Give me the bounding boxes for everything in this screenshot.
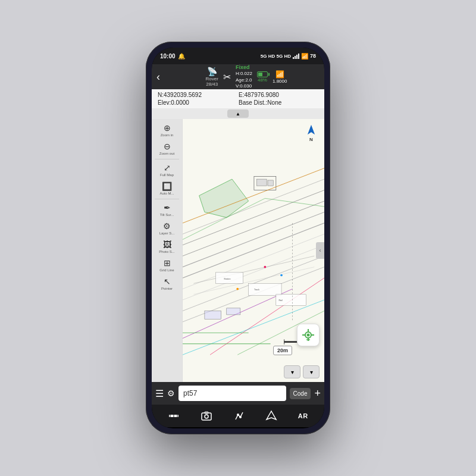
svg-text:Station: Station [224,278,230,280]
signal-icon [293,53,299,59]
grid-line-label: Grid Line [159,268,174,272]
collapse-bar: ▲ [152,108,324,119]
layer-s-label: Layer S... [159,231,175,235]
auto-m-tool[interactable]: 🔲 Auto M... [152,180,182,197]
time-display: 10:00 [160,53,176,60]
photo-s-icon: 🖼 [163,240,171,249]
age-value: Age:2.0 [236,77,252,83]
location-icon [301,328,315,342]
zoom-out-icon: ⊖ [164,142,171,151]
zoom-out-tool[interactable]: ⊖ Zoom out [152,140,182,157]
zoom-in-label: Zoom in [161,133,174,137]
auto-m-icon: 🔲 [162,181,172,191]
battery-pct: 78 [310,53,316,59]
north-arrow: N [303,124,320,142]
svg-point-58 [239,416,242,418]
battery-block: 48% [257,71,268,83]
phone-screen: 10:00 🔔 5G HD 5G HD 📶 78 ‹ [152,48,324,428]
svg-rect-22 [249,283,281,295]
location-button[interactable] [297,324,320,346]
grid-line-tool[interactable]: ⊞ Grid Line [152,256,182,274]
svg-marker-59 [267,411,276,419]
nav-measure[interactable] [168,410,180,422]
svg-point-55 [205,415,208,418]
zoom-in-icon: ⊕ [164,123,171,133]
nav-draw[interactable] [233,410,245,422]
status-bar: 10:00 🔔 5G HD 5G HD 📶 78 [152,48,324,64]
tilt-sur-tool[interactable]: ✒ Tilt Sur... [152,201,182,218]
menu-button[interactable]: ☰ [155,388,164,399]
v-value: V:0.030 [236,83,252,89]
tools-icon: ✂ [223,71,231,83]
tilt-sur-icon: ✒ [164,203,171,212]
zoom-out-label: Zoom out [159,152,174,155]
ar-label: AR [298,412,308,419]
svg-rect-12 [257,179,267,186]
alarm-icon: 🔔 [178,53,185,60]
pointer-tool[interactable]: ↖ Pointer [152,275,182,292]
nav-center: 📡 Rover 28/43 ✂ Fixed H:0.022 Age:2.0 V:… [173,64,320,90]
toolbar: ⊕ Zoom in ⊖ Zoom out ⤢ Full Map 🔲 Auto M… [152,119,183,382]
h-value: H:0.022 [236,71,252,77]
wifi-icon: 📶 [301,53,308,60]
signal-value: 1.8000 [273,79,287,84]
code-button[interactable]: Code [290,388,311,399]
gps-icon: 📡 [207,67,217,76]
svg-point-34 [236,288,239,290]
svg-text:Track: Track [254,289,259,291]
photo-s-tool[interactable]: 🖼 Photo S... [152,238,182,255]
nav-arrow-down-2[interactable]: ▾ [303,365,320,378]
auto-m-label: Auto M... [159,192,174,195]
svg-rect-13 [268,180,273,186]
full-map-label: Full Map [160,173,174,177]
scale-bar: 20m [273,346,292,355]
point-name-input[interactable] [178,386,286,401]
status-right: 5G HD 5G HD 📶 78 [261,53,316,60]
coords-bar: N:4392039.5692 E:487976.9080 Elev:0.0000… [152,89,324,108]
nav-photo[interactable] [201,410,212,422]
north-arrow-svg [303,124,320,137]
zoom-in-tool[interactable]: ⊕ Zoom in [152,121,182,139]
map-area[interactable]: Station Track Rail [183,119,324,382]
collapse-button[interactable]: ▲ [227,109,249,118]
gps-block: 📡 Rover 28/43 [206,67,218,87]
layer-s-tool[interactable]: ⚙ Layer S... [152,220,182,237]
pointer-icon: ↖ [164,277,171,286]
nav-stake[interactable] [265,410,277,422]
bottom-bar: ☰ ⚙ Code + [152,382,324,405]
north-coord: N:4392039.5692 [158,92,237,98]
add-button[interactable]: + [314,387,321,400]
nav-arrow-down-1[interactable]: ▾ [284,365,300,378]
elev-coord: Elev:0.0000 [158,99,237,106]
settings-button[interactable]: ⚙ [167,389,175,398]
antenna-icon: 📶 [275,70,284,79]
fixed-label: Fixed [236,64,252,71]
full-map-tool[interactable]: ⤢ Full Map [152,161,182,178]
svg-point-32 [264,266,267,268]
nav-ar[interactable]: AR [298,412,308,419]
nav-arrows: ▾ ▾ [284,365,320,378]
full-map-icon: ⤢ [164,163,171,173]
svg-point-57 [237,414,239,416]
back-button[interactable]: ‹ [156,71,170,83]
battery-percent: 48% [258,77,267,83]
battery-fill [258,73,262,76]
svg-rect-31 [227,308,240,315]
svg-text:Rail: Rail [278,299,283,302]
nav-bar: ‹ 📡 Rover 28/43 ✂ Fixed H:0.022 Age:2.0 … [152,64,324,89]
main-area: ⊕ Zoom in ⊖ Zoom out ⤢ Full Map 🔲 Auto M… [152,119,324,382]
divider-2 [155,199,179,199]
svg-marker-41 [308,125,315,134]
battery-icon [257,71,268,77]
svg-rect-54 [202,413,211,420]
signal-block: 📶 1.8000 [273,70,287,84]
grid-line-icon: ⊞ [164,258,171,268]
photo-s-label: Photo S... [159,250,174,253]
scale-label: 20m [277,347,288,353]
svg-point-47 [307,334,310,337]
status-block: Fixed H:0.022 Age:2.0 V:0.030 [236,64,252,90]
status-left: 10:00 🔔 [160,53,185,60]
bottom-nav: AR [152,405,324,427]
svg-rect-30 [205,311,221,319]
collapse-side-button[interactable]: ‹ [316,242,324,259]
